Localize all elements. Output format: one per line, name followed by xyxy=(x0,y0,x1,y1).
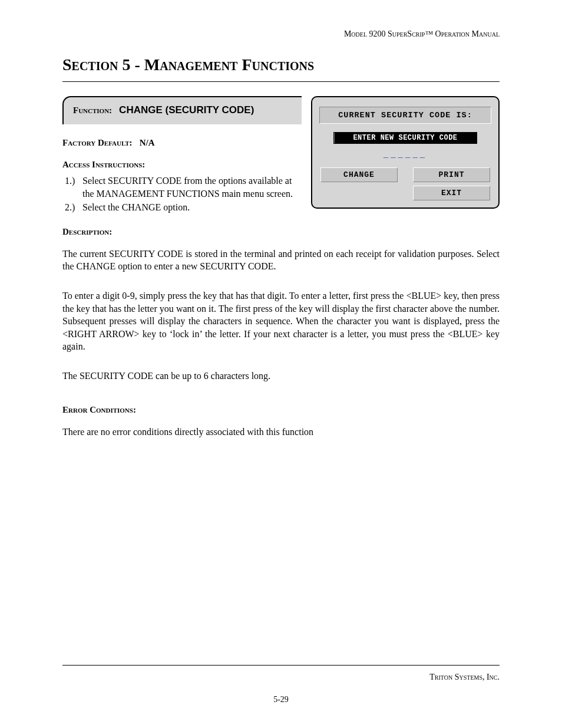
print-button[interactable]: PRINT xyxy=(413,167,490,182)
code-entry-field[interactable]: ______ xyxy=(317,150,494,159)
terminal-screen: CURRENT SECURITY CODE IS: ENTER NEW SECU… xyxy=(311,96,500,209)
factory-default: Factory Default: N/A xyxy=(62,137,302,148)
access-steps: 1.) Select SECURITY CODE from the option… xyxy=(62,174,302,214)
section-title: Section 5 - Management Functions xyxy=(62,55,500,74)
description-p3: The SECURITY CODE can be up to 6 charact… xyxy=(62,370,500,383)
errors-label: Error Conditions: xyxy=(62,405,500,415)
factory-default-label: Factory Default: xyxy=(62,138,133,147)
step-number: 2.) xyxy=(65,201,75,214)
function-panel: Function: CHANGE (SECURITY CODE) xyxy=(62,96,302,124)
function-label: Function: xyxy=(73,106,112,115)
list-item: 2.) Select the CHANGE option. xyxy=(82,201,302,214)
running-head: Model 9200 SuperScrip™ Operation Manual xyxy=(62,29,500,39)
list-item: 1.) Select SECURITY CODE from the option… xyxy=(82,174,302,200)
step-text: Select SECURITY CODE from the options av… xyxy=(82,176,293,199)
factory-default-value: N/A xyxy=(140,138,155,147)
screen-prompt: ENTER NEW SECURITY CODE xyxy=(333,132,477,144)
function-value: CHANGE (SECURITY CODE) xyxy=(119,104,254,116)
page-number: 5-29 xyxy=(62,695,500,704)
description-p2: To enter a digit 0-9, simply press the k… xyxy=(62,289,500,353)
screen-title: CURRENT SECURITY CODE IS: xyxy=(319,107,491,124)
footer-company: Triton Systems, Inc. xyxy=(429,673,500,682)
exit-button[interactable]: EXIT xyxy=(413,186,490,200)
description-p1: The current SECURITY CODE is stored in t… xyxy=(62,248,500,273)
errors-text: There are no error conditions directly a… xyxy=(62,426,500,439)
access-label: Access Instructions: xyxy=(62,160,302,170)
change-button[interactable]: CHANGE xyxy=(320,167,398,182)
step-number: 1.) xyxy=(65,174,75,187)
description-label: Description: xyxy=(62,227,500,237)
rule-bottom xyxy=(62,665,500,666)
step-text: Select the CHANGE option. xyxy=(82,202,190,212)
rule-top xyxy=(62,81,500,82)
